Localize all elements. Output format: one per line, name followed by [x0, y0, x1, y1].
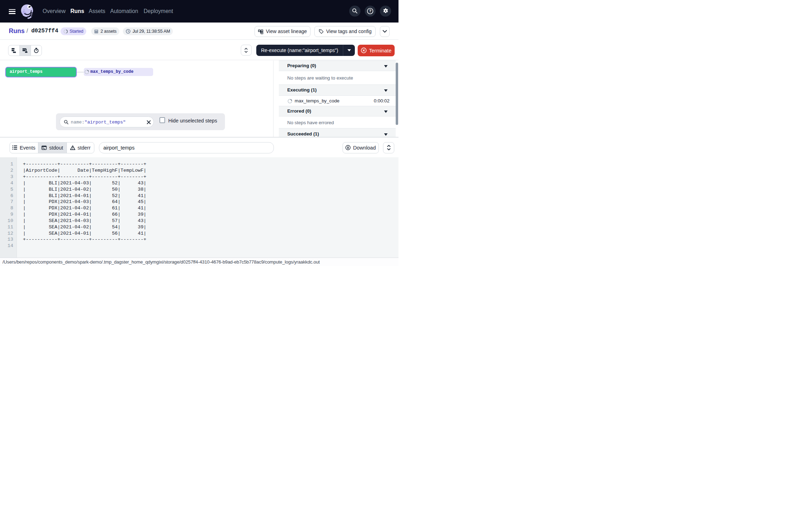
svg-text:?: ? [369, 9, 371, 13]
